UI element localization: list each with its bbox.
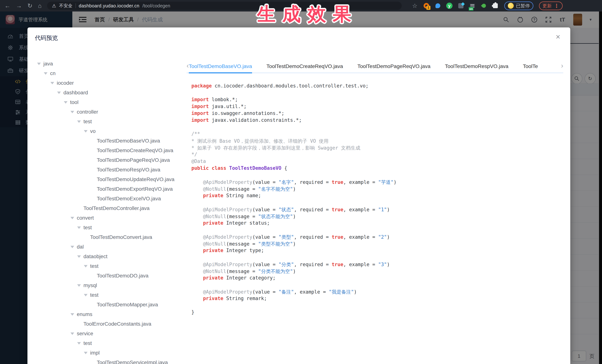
tree-caret-icon[interactable] <box>77 284 81 287</box>
tree-folder[interactable]: dataobject <box>37 252 185 261</box>
extension-badge: 1 <box>426 6 430 10</box>
tree-caret-icon[interactable] <box>70 111 74 113</box>
code-preview-dialog: 代码预览 × javacniocoderdashboardtoolcontrol… <box>27 27 570 364</box>
file-tabs: ‹ToolTestDemoBaseVO.javaToolTestDemoCrea… <box>187 61 563 73</box>
tree-caret-icon[interactable] <box>44 72 47 75</box>
tree-node-label: dashboard <box>64 90 88 96</box>
tree-folder[interactable]: vo <box>37 126 185 136</box>
tree-folder[interactable]: test <box>37 223 185 232</box>
tree-folder[interactable]: dal <box>37 242 185 252</box>
tree-caret-icon[interactable] <box>84 352 87 354</box>
tree-caret-icon[interactable] <box>84 294 87 296</box>
tree-folder[interactable]: dashboard <box>37 88 185 97</box>
tree-node-label: service <box>77 331 93 337</box>
tree-folder[interactable]: test <box>37 117 185 126</box>
tree-caret-icon[interactable] <box>84 265 87 267</box>
tree-file[interactable]: ToolTestDemoMapper.java <box>37 300 185 310</box>
extension-puzzle-icon[interactable] <box>492 2 499 9</box>
tree-file[interactable]: ToolTestDemoConvert.java <box>37 232 185 242</box>
tree-folder[interactable]: test <box>37 261 185 271</box>
bookmark-star-icon[interactable]: ☆ <box>412 2 418 9</box>
browser-menu-icon[interactable]: ⋮ <box>554 3 559 9</box>
tree-caret-icon[interactable] <box>84 130 87 133</box>
code-line: @ApiModelProperty(value = "类型", required… <box>191 234 397 241</box>
tree-caret-icon[interactable] <box>77 227 81 229</box>
file-tab[interactable]: ToolTestDemoCreateReqVO.java <box>267 63 343 72</box>
tree-node-label: enums <box>77 311 92 317</box>
file-tab[interactable]: ToolTestDemoRespVO.java <box>445 63 508 72</box>
tree-node-label: ToolTestDemoDO.java <box>97 273 149 279</box>
tree-node-label: mysql <box>84 282 97 288</box>
tree-file[interactable]: ToolTestDemoPageReqVO.java <box>37 155 185 165</box>
tree-folder[interactable]: enums <box>37 310 185 319</box>
tree-caret-icon[interactable] <box>50 82 54 84</box>
chrome-update-pill[interactable]: 更新 ⋮ <box>539 1 563 10</box>
forward-icon[interactable]: → <box>16 3 22 9</box>
tree-folder[interactable]: cn <box>37 69 185 78</box>
tree-caret-icon[interactable] <box>64 101 67 104</box>
tree-folder[interactable]: impl <box>37 348 185 358</box>
code-line: import lombok.*; <box>191 97 397 104</box>
back-icon[interactable]: ← <box>4 3 11 9</box>
tree-file[interactable]: ToolErrorCodeConstants.java <box>37 319 185 329</box>
code-line <box>191 200 397 207</box>
tree-folder[interactable]: test <box>37 290 185 300</box>
tree-caret-icon[interactable] <box>70 313 74 316</box>
tree-folder[interactable]: controller <box>37 107 185 117</box>
tree-folder[interactable]: java <box>37 59 185 69</box>
file-tab[interactable]: ToolTestDemoPageReqVO.java <box>357 63 430 72</box>
extension-drop-icon[interactable] <box>435 2 441 9</box>
tree-node-label: java <box>43 61 53 67</box>
tree-caret-icon[interactable] <box>70 217 74 219</box>
code-line: import java.util.*; <box>191 104 397 110</box>
tree-caret-icon[interactable] <box>57 92 61 94</box>
tree-caret-icon[interactable] <box>70 246 74 248</box>
extension-orange-icon[interactable]: 1 <box>423 2 430 9</box>
tree-file[interactable]: ToolTestDemoServiceImpl.java <box>37 358 185 364</box>
extension-gem-icon[interactable] <box>458 2 464 9</box>
file-tab[interactable]: ToolTe <box>523 63 538 72</box>
tree-caret-icon[interactable] <box>37 63 41 65</box>
close-icon[interactable]: × <box>556 33 560 41</box>
code-line: private String name; <box>191 193 397 200</box>
tree-file[interactable]: ToolTestDemoBaseVO.java <box>37 136 185 146</box>
code-line <box>191 302 397 309</box>
reload-icon[interactable]: ↻ <box>27 3 32 9</box>
code-line <box>191 282 397 289</box>
code-line: /** <box>191 131 397 138</box>
extension-green-y-icon[interactable]: y <box>446 2 453 9</box>
code-line: @NotNull(message = "分类不能为空") <box>191 268 397 275</box>
code-line: private String remark; <box>191 296 397 302</box>
tabs-scroll-right-icon[interactable]: › <box>561 62 563 72</box>
tree-node-label: cn <box>50 70 56 76</box>
tree-file[interactable]: ToolTestDemoRespVO.java <box>37 165 185 175</box>
profile-paused-pill[interactable]: 已暂停 <box>504 1 533 10</box>
tree-node-label: ToolTestDemoCreateReqVO.java <box>97 147 173 154</box>
tree-node-label: controller <box>77 109 98 115</box>
tree-node-label: tool <box>70 99 78 105</box>
tree-folder[interactable]: service <box>37 329 185 338</box>
tree-file[interactable]: ToolTestDemoCreateReqVO.java <box>37 146 185 155</box>
extension-lines-icon[interactable]: on <box>469 2 476 9</box>
tree-folder[interactable]: test <box>37 338 185 348</box>
file-tab[interactable]: ToolTestDemoBaseVO.java <box>189 63 252 73</box>
home-icon[interactable]: ⌂ <box>38 3 42 9</box>
tree-folder[interactable]: tool <box>37 97 185 107</box>
tree-node-label: ToolTestDemoController.java <box>84 205 150 211</box>
tree-caret-icon[interactable] <box>70 333 74 335</box>
tree-file[interactable]: ToolTestDemoController.java <box>37 204 185 213</box>
tree-node-label: ToolErrorCodeConstants.java <box>84 321 151 327</box>
tree-file[interactable]: ToolTestDemoUpdateReqVO.java <box>37 175 185 184</box>
tabs-scroll-left-icon[interactable]: ‹ <box>187 62 189 72</box>
tree-folder[interactable]: mysql <box>37 281 185 290</box>
tree-file[interactable]: ToolTestDemoExcelVO.java <box>37 194 185 204</box>
tree-caret-icon[interactable] <box>77 255 81 258</box>
tree-folder[interactable]: iocoder <box>37 78 185 88</box>
tree-file[interactable]: ToolTestDemoExportReqVO.java <box>37 184 185 194</box>
tree-caret-icon[interactable] <box>77 120 81 123</box>
tree-node-label: impl <box>90 350 100 356</box>
tree-caret-icon[interactable] <box>77 342 81 344</box>
extension-leaf-icon[interactable] <box>481 2 487 9</box>
tree-file[interactable]: ToolTestDemoDO.java <box>37 271 185 281</box>
tree-folder[interactable]: convert <box>37 213 185 223</box>
